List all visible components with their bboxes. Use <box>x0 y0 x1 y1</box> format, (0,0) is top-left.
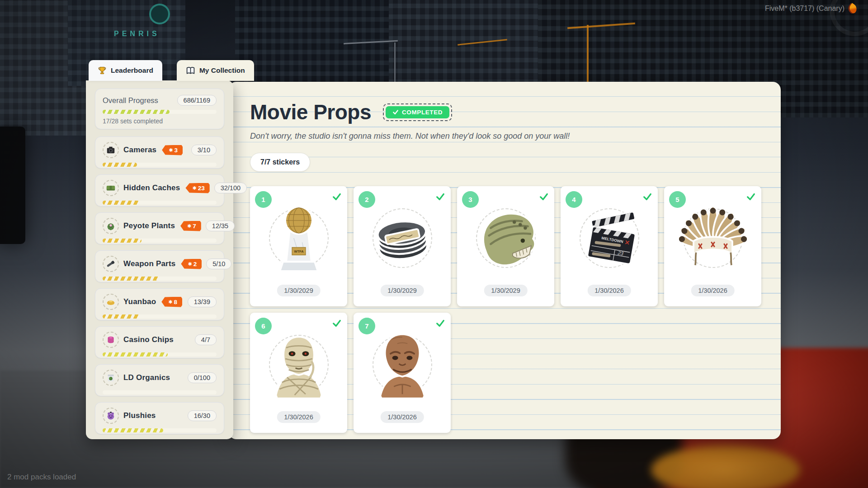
suppressor-icon <box>103 256 119 272</box>
sticker-art-clapperboard: MELTDOWN 23 <box>561 196 658 280</box>
rank-star-icon: ✱ <box>168 299 172 305</box>
sidebar-item-casino-chips[interactable]: Casino Chips 4/7 <box>95 326 224 358</box>
overall-progress-bar <box>103 110 217 114</box>
sticker-art-alien-bust <box>354 323 451 406</box>
sticker-grid: 1 WTFA <box>250 186 781 433</box>
sticker-date: 1/30/2026 <box>691 285 735 296</box>
category-count: 0/100 <box>188 372 217 383</box>
category-count: 32/100 <box>214 183 247 193</box>
sidebar-item-cameras[interactable]: Cameras ✱3 3/10 <box>95 136 224 169</box>
category-progress-fill <box>103 352 168 357</box>
rank-badge: ✱7 <box>180 221 201 231</box>
gold-ingot-icon <box>103 294 119 310</box>
sticker-date: 1/30/2029 <box>484 285 528 296</box>
category-count: 4/7 <box>195 334 217 345</box>
rank-star-icon: ✱ <box>169 147 173 153</box>
sticker-art-feather-headdress <box>664 196 761 280</box>
category-progress-fill <box>103 277 160 281</box>
category-count: 16/30 <box>188 410 217 421</box>
rank-star-icon: ✱ <box>188 261 192 267</box>
set-title: Movie Props <box>250 100 371 124</box>
category-name: Hidden Caches <box>123 183 180 192</box>
sticker-art-alien-creature-head <box>457 196 554 280</box>
plaque-text: WTFA <box>294 249 304 253</box>
tab-leaderboard[interactable]: Leaderboard <box>89 60 162 81</box>
category-name: LD Organics <box>123 373 170 382</box>
category-name: Weapon Parts <box>123 259 175 268</box>
category-name: Yuanbao <box>123 297 156 306</box>
sticker-date: 1/30/2026 <box>380 411 424 423</box>
trophy-icon <box>98 66 107 75</box>
peyote-icon <box>103 218 119 234</box>
collection-sidebar: Overall Progress 686/1169 17/28 sets com… <box>86 80 233 439</box>
category-count: 5/10 <box>206 258 231 269</box>
category-name: Cameras <box>123 145 156 155</box>
sticker-card-mummy-bust[interactable]: 6 <box>250 313 347 433</box>
rank-star-icon: ✱ <box>192 185 196 191</box>
category-name: Plushies <box>123 411 156 420</box>
plushie-icon <box>103 408 119 424</box>
sticker-date: 1/30/2026 <box>587 285 631 296</box>
set-description: Don't worry, the studio isn't gonna miss… <box>250 131 781 141</box>
overall-progress-title: Overall Progress <box>103 96 158 105</box>
casino-chip-icon <box>103 332 119 348</box>
category-name: Peyote Plants <box>123 221 175 230</box>
tab-my-collection[interactable]: My Collection <box>177 60 254 81</box>
book-icon <box>186 66 195 75</box>
weed-bag-icon <box>103 370 119 386</box>
overall-progress-card: Overall Progress 686/1169 17/28 sets com… <box>95 89 224 129</box>
completed-badge: COMPLETED <box>383 103 452 121</box>
category-progress-fill <box>103 239 142 243</box>
sticker-card-alien-creature-head[interactable]: 3 <box>457 186 554 306</box>
category-progress-fill <box>103 163 137 167</box>
mod-packs-status: 2 mod packs loaded <box>7 473 76 482</box>
category-progress-fill <box>103 428 163 432</box>
category-progress-fill <box>103 314 140 319</box>
sidebar-item-yuanbao[interactable]: Yuanbao ✱8 13/39 <box>95 288 224 320</box>
sticker-card-award-trophy[interactable]: 1 WTFA <box>250 186 347 306</box>
sidebar-item-hidden-caches[interactable]: Hidden Caches ✱23 32/100 <box>95 174 224 206</box>
sticker-counter-chip: 7/7 stickers <box>250 153 310 172</box>
collection-tabs: Leaderboard My Collection <box>89 60 254 81</box>
category-count: 13/39 <box>188 296 217 307</box>
sets-completed-label: 17/28 sets completed <box>103 117 217 125</box>
rank-star-icon: ✱ <box>187 223 191 229</box>
sticker-art-mummy-bust <box>250 323 347 406</box>
camera-icon <box>103 142 119 158</box>
rank-badge: ✱23 <box>185 183 209 193</box>
fivem-build-label: FiveM* (b3717) (Canary) <box>765 5 844 13</box>
sticker-date: 1/30/2029 <box>380 285 424 296</box>
set-detail-panel: Movie Props COMPLETED Don't worry, the s… <box>228 82 781 439</box>
sidebar-item-peyote-plants[interactable]: Peyote Plants ✱7 12/35 <box>95 212 224 244</box>
sticker-card-clapperboard[interactable]: 4 <box>561 186 658 306</box>
category-count: 12/35 <box>206 221 235 231</box>
sticker-date: 1/30/2026 <box>277 411 321 423</box>
sticker-card-feather-headdress[interactable]: 5 <box>664 186 761 306</box>
check-icon <box>392 109 399 115</box>
sticker-card-alien-bust[interactable]: 7 1/30/2026 <box>354 313 451 433</box>
category-name: Casino Chips <box>123 335 174 344</box>
tab-label: My Collection <box>199 66 245 75</box>
overall-progress-fill <box>103 110 170 114</box>
sidebar-item-ld-organics[interactable]: LD Organics 0/100 <box>95 364 224 396</box>
sticker-art-film-reel <box>354 196 451 280</box>
category-count: 3/10 <box>191 145 217 155</box>
cash-icon <box>103 180 119 196</box>
sticker-art-award-trophy: WTFA <box>250 196 347 280</box>
sticker-date: 1/30/2029 <box>277 285 321 296</box>
sticker-card-film-reel[interactable]: 2 <box>354 186 451 306</box>
sidebar-item-weapon-parts[interactable]: Weapon Parts ✱2 5/10 <box>95 250 224 282</box>
tab-label: Leaderboard <box>111 66 153 75</box>
rank-badge: ✱2 <box>181 259 202 269</box>
category-progress-fill <box>103 201 139 205</box>
overall-progress-count: 686/1169 <box>177 95 217 106</box>
sidebar-item-plushies[interactable]: Plushies 16/30 <box>95 402 224 434</box>
completed-badge-label: COMPLETED <box>402 109 443 116</box>
rank-badge: ✱8 <box>161 297 182 307</box>
rank-badge: ✱3 <box>162 145 183 155</box>
